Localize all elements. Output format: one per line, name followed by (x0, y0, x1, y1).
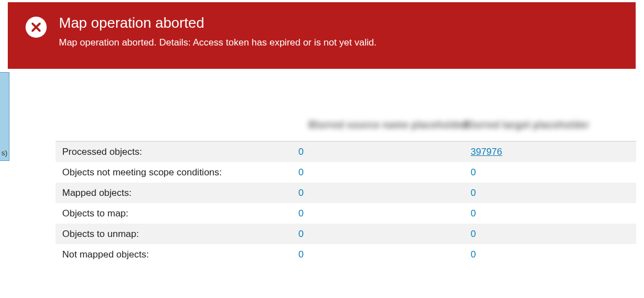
row-value-a: 0 (298, 188, 303, 198)
error-message: Map operation aborted. Details: Access t… (59, 37, 620, 48)
row-label: Objects to map: (62, 208, 298, 219)
error-x-icon (26, 17, 47, 38)
row-value-a: 0 (298, 147, 303, 157)
row-value-b: 0 (471, 167, 476, 178)
error-banner: Map operation aborted Map operation abor… (8, 2, 636, 69)
table-row: Objects to unmap: 0 0 (56, 224, 636, 244)
row-value-a: 0 (298, 249, 303, 260)
column-header-target: Blurred target placeholder (464, 119, 589, 130)
row-label: Not mapped objects: (62, 249, 298, 260)
row-label: Processed objects: (62, 147, 298, 158)
table-header-row: Blurred source name placeholder Blurred … (56, 119, 636, 142)
row-value-b: 0 (471, 208, 476, 219)
row-value-a: 0 (298, 208, 303, 219)
row-value-a: 0 (298, 167, 303, 178)
row-value-b: 0 (471, 249, 476, 260)
side-panel-text-fragment: s) (2, 149, 8, 157)
row-value-b-link[interactable]: 397976 (471, 147, 502, 157)
row-label: Objects to unmap: (62, 229, 298, 240)
row-value-b: 0 (471, 229, 476, 239)
row-value-a: 0 (298, 229, 303, 239)
table-row: Processed objects: 0 397976 (56, 142, 636, 162)
table-row: Not mapped objects: 0 0 (56, 244, 636, 265)
error-title: Map operation aborted (59, 14, 620, 32)
table-row: Mapped objects: 0 0 (56, 183, 636, 203)
table-row: Objects not meeting scope conditions: 0 … (56, 162, 636, 183)
side-panel-fragment: s) (0, 72, 9, 161)
stats-table: Blurred source name placeholder Blurred … (56, 119, 636, 265)
row-label: Mapped objects: (62, 188, 298, 199)
table-row: Objects to map: 0 0 (56, 203, 636, 224)
column-header-source: Blurred source name placeholder (292, 119, 467, 130)
row-label: Objects not meeting scope conditions: (62, 167, 298, 178)
row-value-b: 0 (471, 188, 476, 198)
